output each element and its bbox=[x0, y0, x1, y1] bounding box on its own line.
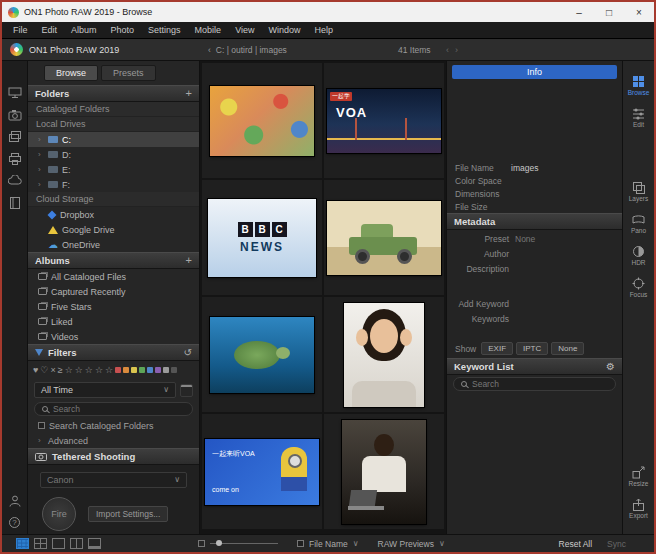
copies-icon[interactable] bbox=[8, 131, 22, 143]
module-edit[interactable]: Edit bbox=[632, 107, 645, 128]
google-drive-row[interactable]: Google Drive bbox=[28, 222, 199, 237]
tab-presets[interactable]: Presets bbox=[101, 65, 156, 81]
file-name-label[interactable]: File Name bbox=[309, 539, 348, 549]
maximize-button[interactable]: □ bbox=[594, 2, 624, 22]
close-button[interactable]: × bbox=[624, 2, 654, 22]
raw-previews-label[interactable]: RAW Previews bbox=[378, 539, 434, 549]
info-tab-button[interactable]: Info bbox=[452, 65, 617, 79]
show-exif-button[interactable]: EXIF bbox=[481, 342, 513, 355]
checkbox[interactable] bbox=[38, 422, 45, 429]
module-export[interactable]: Export bbox=[629, 498, 648, 519]
time-filter-select[interactable]: All Time ∨ bbox=[34, 382, 176, 398]
menu-item-help[interactable]: Help bbox=[308, 25, 341, 35]
module-layers[interactable]: Layers bbox=[629, 181, 649, 202]
thumbnail-man-laptop[interactable] bbox=[342, 420, 426, 524]
camera-select[interactable]: Canon ∨ bbox=[40, 472, 187, 488]
prev-icon[interactable]: ‹ bbox=[446, 45, 449, 55]
menu-item-window[interactable]: Window bbox=[261, 25, 307, 35]
view-mode-compare-button[interactable] bbox=[70, 538, 83, 549]
tethered-header[interactable]: Tethered Shooting bbox=[28, 448, 199, 465]
onedrive-row[interactable]: ☁ OneDrive bbox=[28, 237, 199, 252]
keyword-search-input[interactable] bbox=[472, 379, 608, 389]
color-swatch[interactable] bbox=[155, 367, 161, 373]
menu-item-view[interactable]: View bbox=[228, 25, 261, 35]
color-swatch[interactable] bbox=[147, 367, 153, 373]
color-swatch[interactable] bbox=[163, 367, 169, 373]
back-icon[interactable]: ‹ bbox=[208, 45, 211, 55]
expand-icon[interactable]: › bbox=[38, 180, 44, 189]
thumbnail-jeep-cartoon[interactable] bbox=[327, 201, 441, 275]
thumbnail-sea-turtle[interactable] bbox=[210, 317, 314, 393]
liked-filter-icon[interactable]: ♥ bbox=[33, 365, 38, 375]
minimize-button[interactable]: – bbox=[564, 2, 594, 22]
keyword-search[interactable] bbox=[453, 377, 616, 391]
album-item[interactable]: Videos bbox=[28, 329, 199, 344]
breadcrumb-path[interactable]: C: | outird | images bbox=[216, 45, 287, 55]
thumbnail-voa-bridge[interactable]: 一起学 VOA bbox=[327, 89, 441, 153]
module-pano[interactable]: Pano bbox=[631, 213, 646, 234]
module-focus[interactable]: Focus bbox=[630, 277, 648, 298]
meta-value[interactable]: None bbox=[515, 234, 535, 244]
thumbnail-woman-portrait[interactable] bbox=[344, 303, 424, 407]
thumbnail-bbc-news[interactable]: B B C NEWS bbox=[208, 199, 316, 277]
module-resize[interactable]: Resize bbox=[629, 466, 649, 487]
cataloged-folders-row[interactable]: Cataloged Folders bbox=[28, 102, 199, 117]
star-icon[interactable]: ☆ bbox=[95, 365, 103, 375]
add-album-icon[interactable]: + bbox=[186, 256, 192, 265]
fire-button[interactable]: Fire bbox=[42, 497, 76, 531]
album-item[interactable]: All Cataloged Files bbox=[28, 269, 199, 284]
display-icon[interactable] bbox=[8, 87, 22, 99]
color-swatch[interactable] bbox=[123, 367, 129, 373]
file-name-checkbox[interactable] bbox=[297, 540, 304, 547]
dropbox-row[interactable]: Dropbox bbox=[28, 207, 199, 222]
gte-icon[interactable]: ≥ bbox=[58, 365, 63, 375]
sidebar-search[interactable] bbox=[34, 402, 193, 416]
calendar-icon[interactable] bbox=[180, 384, 193, 397]
color-swatch[interactable] bbox=[115, 367, 121, 373]
user-icon[interactable] bbox=[8, 495, 22, 507]
help-icon[interactable]: ? bbox=[9, 517, 20, 528]
module-browse[interactable]: Browse bbox=[628, 75, 650, 96]
color-swatch[interactable] bbox=[171, 367, 177, 373]
sync-button[interactable]: Sync bbox=[607, 539, 626, 549]
search-input[interactable] bbox=[53, 404, 185, 414]
color-swatch[interactable] bbox=[139, 367, 145, 373]
thumbnail-voa-minion[interactable]: 一起来听VOA come on bbox=[205, 439, 319, 505]
show-iptc-button[interactable]: IPTC bbox=[516, 342, 548, 355]
cloud-storage-row[interactable]: Cloud Storage bbox=[28, 192, 199, 207]
albums-header[interactable]: Albums + bbox=[28, 252, 199, 269]
menu-item-file[interactable]: File bbox=[6, 25, 35, 35]
drive-f-row[interactable]: › F: bbox=[28, 177, 199, 192]
cloud-sync-icon[interactable] bbox=[8, 175, 22, 187]
chevron-down-icon[interactable]: ∨ bbox=[353, 539, 359, 548]
expand-icon[interactable]: › bbox=[38, 135, 44, 144]
reset-all-button[interactable]: Reset All bbox=[559, 539, 593, 549]
add-folder-icon[interactable]: + bbox=[186, 89, 192, 98]
filters-header[interactable]: Filters ↺ bbox=[28, 344, 199, 361]
thumbnail-size-slider[interactable] bbox=[210, 543, 278, 544]
star-icon[interactable]: ☆ bbox=[65, 365, 73, 375]
view-mode-thumbs-button[interactable] bbox=[34, 538, 47, 549]
camera-icon[interactable] bbox=[8, 109, 22, 121]
show-none-button[interactable]: None bbox=[551, 342, 584, 355]
chevron-down-icon[interactable]: ∨ bbox=[439, 539, 445, 548]
menu-item-edit[interactable]: Edit bbox=[35, 25, 65, 35]
expand-icon[interactable]: › bbox=[38, 150, 44, 159]
tab-browse[interactable]: Browse bbox=[44, 65, 98, 81]
drive-d-row[interactable]: › D: bbox=[28, 147, 199, 162]
rejected-filter-icon[interactable]: × bbox=[50, 365, 55, 375]
slider-knob[interactable] bbox=[216, 540, 222, 546]
star-icon[interactable]: ☆ bbox=[105, 365, 113, 375]
expand-icon[interactable]: › bbox=[38, 165, 44, 174]
color-swatch[interactable] bbox=[131, 367, 137, 373]
menu-item-photo[interactable]: Photo bbox=[104, 25, 142, 35]
album-item[interactable]: Five Stars bbox=[28, 299, 199, 314]
local-drives-row[interactable]: Local Drives bbox=[28, 117, 199, 132]
import-settings-button[interactable]: Import Settings... bbox=[88, 506, 168, 522]
menu-item-mobile[interactable]: Mobile bbox=[188, 25, 229, 35]
advanced-row[interactable]: › Advanced bbox=[28, 433, 199, 448]
folders-header[interactable]: Folders + bbox=[28, 85, 199, 102]
view-mode-filmstrip-button[interactable] bbox=[88, 538, 101, 549]
reset-filters-icon[interactable]: ↺ bbox=[184, 347, 192, 358]
drive-e-row[interactable]: › E: bbox=[28, 162, 199, 177]
